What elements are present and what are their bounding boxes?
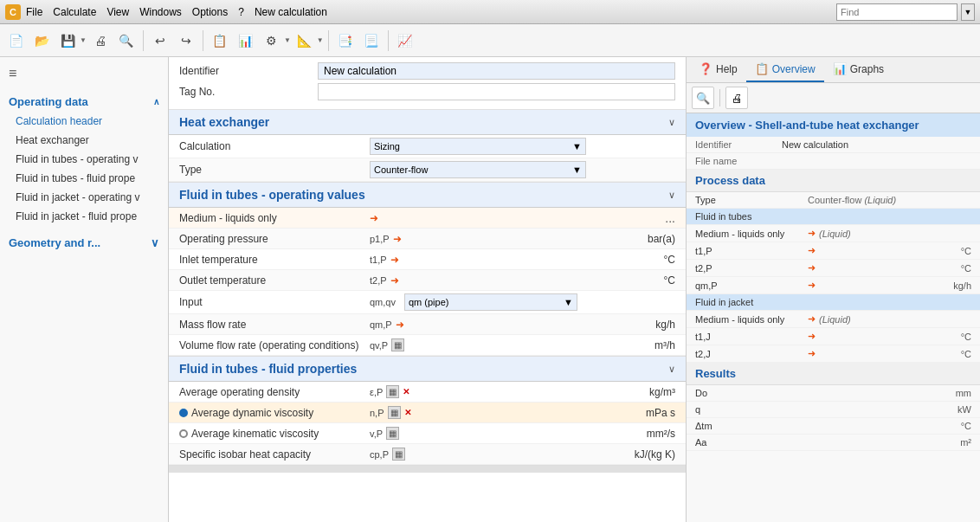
sidebar-item-calc-header[interactable]: Calculation header [0,112,168,131]
vol-flow-table-icon[interactable]: ▦ [391,338,404,351]
tb-doc2[interactable]: 📃 [359,29,384,53]
ov-t2j-field: t2,J [695,349,808,359]
tb-doc1[interactable]: 📑 [333,29,358,53]
sp-isobar-var: cp,P [370,449,389,460]
menu-file[interactable]: File [26,6,42,18]
tab-graphs-label: Graphs [850,63,884,75]
tb-print-preview[interactable]: 🔍 [114,29,139,53]
menu-options[interactable]: Options [192,6,228,18]
ov-qmp-arrow: ➜ [808,280,816,291]
calculation-dropdown[interactable]: Sizing ▼ [370,138,586,155]
avg-kin-visc-label-area: Average kinematic viscosity [179,428,370,440]
sidebar-item-heat-exchanger[interactable]: Heat exchanger [0,131,168,150]
ov-t2p-unit: °C [961,263,971,274]
sidebar-item-fluid-jacket-fp[interactable]: Fluid in jacket - fluid prope [0,207,168,226]
tab-overview-label: Overview [772,63,816,75]
type-row: Type Counter-flow ▼ [169,158,686,182]
avg-dyn-visc-x-icon[interactable]: ✕ [404,408,411,417]
fluid-tubes-op-panel: Fluid in tubes - operating values ∨ Medi… [169,183,686,357]
tab-help[interactable]: ❓ Help [690,57,746,82]
right-print-btn[interactable]: 🖨 [725,87,748,109]
sidebar-item-fluid-jacket-op[interactable]: Fluid in jacket - operating v [0,188,168,207]
avg-density-x-icon[interactable]: ✕ [403,387,409,396]
fluid-tubes-op-title: Fluid in tubes - operating values [179,188,365,202]
fluid-tubes-op-header[interactable]: Fluid in tubes - operating values ∨ [169,183,686,208]
sidebar-item-fluid-tubes-op[interactable]: Fluid in tubes - operating v [0,150,168,169]
fluid-tubes-fp-header[interactable]: Fluid in tubes - fluid properties ∨ [169,357,686,382]
mass-flow-var: qm,P [370,319,392,330]
tb-settings[interactable]: 📐 [293,29,317,53]
outlet-temp-var: t2,P [370,275,387,286]
tb-save[interactable]: 💾 [55,29,80,53]
menu-new-calculation[interactable]: New calculation [255,6,327,18]
avg-dyn-visc-table-icon[interactable]: ▦ [388,406,401,419]
sidebar-section-geometry[interactable]: Geometry and r... ∨ [0,233,168,253]
menu-windows[interactable]: Windows [139,6,182,18]
toolbar: 📄 📂 💾 ▼ 🖨 🔍 ↩ ↪ 📋 📊 ⚙ ▼ 📐 ▼ 📑 📃 📈 [0,24,980,57]
input-value: qm (pipe) [409,297,448,307]
tb-undo[interactable]: ↩ [148,29,172,53]
op-pressure-unit: bar(a) [623,233,675,245]
find-input[interactable] [836,3,957,21]
avg-dyn-visc-row: Average dynamic viscosity n,P ▦ ✕ mPa s [169,403,686,423]
avg-kin-visc-label: Average kinematic viscosity [191,428,319,440]
ov-t1p-arrow: ➜ [808,245,816,256]
type-input-area: Counter-flow ▼ [370,161,675,178]
menu-help[interactable]: ? [238,6,244,18]
sidebar-item-fluid-tubes-fp[interactable]: Fluid in tubes - fluid prope [0,169,168,188]
tb-list[interactable]: 📋 [208,29,232,53]
medium-arrow-icon: ➜ [370,212,378,224]
ov-type-row: Type Counter-flow (Liquid) [687,192,980,209]
avg-dyn-visc-input-area: n,P ▦ ✕ mPa s [370,406,675,419]
ov-type-field: Type [695,195,808,205]
ov-t1j-field: t1,J [695,332,808,342]
ov-fluid-tubes-header: Fluid in tubes [687,209,980,225]
avg-density-label: Average operating density [179,386,370,398]
radio-kin-visc-inactive[interactable] [179,429,188,438]
tb-calc[interactable]: ⚙ [260,29,284,53]
fluid-tubes-fp-chevron: ∨ [668,364,675,375]
fluid-tubes-fp-title: Fluid in tubes - fluid properties [179,362,357,376]
avg-dyn-visc-label: Average dynamic viscosity [191,407,313,419]
vol-flow-input-area: qv,P ▦ m³/h [370,338,675,351]
ov-type-italic: (Liquid) [864,195,896,205]
tb-open[interactable]: 📂 [29,29,54,53]
tb-redo[interactable]: ↪ [174,29,198,53]
avg-kin-visc-table-icon[interactable]: ▦ [386,427,399,440]
heat-exchanger-header[interactable]: Heat exchanger ∨ [169,110,686,135]
menu-calculate[interactable]: Calculate [53,6,96,18]
tb-grid[interactable]: 📊 [234,29,258,53]
tab-overview[interactable]: 📋 Overview [746,57,824,82]
medium-dots[interactable]: ... [665,211,675,225]
mass-flow-arrow: ➜ [396,319,404,331]
sp-isobar-table-icon[interactable]: ▦ [392,448,405,461]
op-pressure-row: Operating pressure p1,P ➜ bar(a) [169,229,686,249]
ov-medium-jacket-field: Medium - liquids only [695,314,808,325]
tb-chart[interactable]: 📈 [393,29,417,53]
tb-print[interactable]: 🖨 [88,29,113,53]
hamburger-icon[interactable]: ≡ [0,62,168,88]
avg-density-table-icon[interactable]: ▦ [386,385,399,398]
ov-qmp-unit: kg/h [953,280,971,291]
identifier-input[interactable] [318,62,675,80]
sidebar-section-header-operating[interactable]: Operating data ∧ [0,92,168,112]
tb-calc-arrow[interactable]: ▼ [284,36,291,44]
ov-t1j-row: t1,J ➜ °C [687,328,980,345]
radio-dyn-visc-active[interactable] [179,409,188,417]
input-dropdown[interactable]: qm (pipe) ▼ [404,293,577,311]
find-dropdown[interactable]: ▼ [961,3,975,21]
right-search-btn[interactable]: 🔍 [692,87,714,109]
input-input-area: qm,qv qm (pipe) ▼ [370,293,675,311]
type-dropdown[interactable]: Counter-flow ▼ [370,161,586,178]
tb-save-arrow[interactable]: ▼ [80,36,87,44]
calculation-value: Sizing [374,141,400,151]
avg-density-input-area: ε,P ▦ ✕ kg/m³ [370,385,675,398]
tab-graphs[interactable]: 📊 Graphs [824,57,893,82]
outlet-temp-label: Outlet temperature [179,274,370,287]
ov-Do-field: Do [695,388,808,398]
tag-no-input[interactable] [318,83,675,100]
tb-new[interactable]: 📄 [3,29,28,53]
tb-settings-arrow[interactable]: ▼ [317,36,324,44]
menu-view[interactable]: View [106,6,129,18]
outlet-temp-unit: °C [623,274,675,287]
